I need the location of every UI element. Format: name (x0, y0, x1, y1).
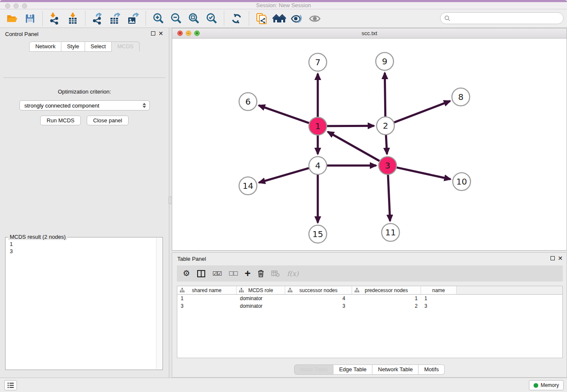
column-view-icon[interactable] (197, 269, 205, 278)
node-2[interactable]: 2 (377, 117, 394, 135)
node-label: 8 (458, 92, 464, 102)
edge-1-6[interactable] (259, 105, 309, 123)
column-header-shared-name[interactable]: shared name (177, 286, 237, 294)
table-cell[interactable]: dominator (237, 295, 285, 302)
column-header-predecessor-nodes[interactable]: predecessor nodes (352, 286, 421, 294)
table-options-icon[interactable]: ⚙ (183, 269, 190, 278)
edge-1-2[interactable] (327, 126, 374, 126)
node-6[interactable]: 6 (239, 93, 257, 110)
table-cell[interactable]: 1 (352, 295, 421, 302)
table-cell[interactable]: 1 (177, 295, 237, 302)
edge-3-1[interactable] (328, 132, 380, 161)
export-table-icon[interactable] (108, 11, 123, 26)
memory-status-icon (534, 383, 538, 388)
table-cell[interactable]: 4 (285, 295, 352, 302)
node-3[interactable]: 3 (379, 157, 396, 174)
search-box[interactable] (440, 12, 564, 24)
criterion-dropdown[interactable]: strongly connected component (19, 100, 150, 110)
control-panel-title: Control Panel (5, 31, 39, 37)
node-4[interactable]: 4 (309, 157, 327, 174)
close-table-panel-icon[interactable]: ✕ (558, 255, 563, 262)
save-session-icon[interactable] (23, 11, 37, 26)
task-history-button[interactable] (4, 380, 17, 390)
tab-network[interactable]: Network (29, 41, 61, 52)
edge-3-11[interactable] (388, 175, 390, 221)
edge-2-9[interactable] (385, 73, 385, 116)
delete-column-icon[interactable] (258, 269, 264, 278)
edge-3-10[interactable] (396, 168, 450, 179)
main-toolbar (0, 9, 567, 28)
node-10[interactable]: 10 (453, 173, 471, 190)
node-8[interactable]: 8 (452, 88, 470, 106)
search-input[interactable] (450, 15, 563, 22)
network-canvas[interactable]: 7968124314101511 (172, 39, 567, 250)
run-mcds-button[interactable]: Run MCDS (40, 116, 81, 125)
deselect-all-icon[interactable]: ☐☐ (228, 269, 237, 278)
open-session-icon[interactable] (5, 11, 19, 26)
window-titlebar: Session: New Session (0, 0, 567, 9)
table-cell[interactable]: 1 (421, 295, 457, 302)
zoom-in-icon[interactable] (151, 11, 165, 26)
column-header-name[interactable]: name (421, 286, 457, 294)
toolbar-separator (42, 11, 43, 26)
node-14[interactable]: 14 (239, 177, 257, 195)
table-cell[interactable]: 3 (421, 302, 457, 310)
edge-2-3[interactable] (386, 135, 387, 154)
table-row[interactable]: 1dominator411 (177, 295, 562, 302)
column-header-mcds-role[interactable]: MCDS role (237, 286, 285, 294)
tab-node-table[interactable]: Node Table (294, 364, 334, 375)
toolbar-separator (85, 11, 85, 26)
tab-edge-table[interactable]: Edge Table (333, 364, 372, 375)
table-row[interactable]: 3dominator323 (177, 302, 562, 310)
table-cell[interactable]: 2 (352, 302, 421, 310)
column-type-icon (288, 288, 292, 294)
memory-label: Memory (541, 382, 559, 388)
select-all-icon[interactable]: ☑☑ (212, 269, 221, 278)
node-label: 11 (385, 227, 396, 237)
add-column-icon[interactable]: + (245, 269, 250, 278)
tab-select[interactable]: Select (85, 41, 112, 52)
network-from-selection-icon[interactable] (254, 11, 269, 26)
close-panel-button[interactable]: Close panel (87, 116, 129, 125)
import-table-icon[interactable] (66, 11, 80, 26)
edge-4-14[interactable] (259, 168, 309, 182)
zoom-selected-icon[interactable] (204, 11, 219, 26)
show-all-icon[interactable] (308, 11, 322, 26)
node-9[interactable]: 9 (376, 52, 394, 70)
edge-2-8[interactable] (394, 101, 450, 123)
column-header-label: predecessor nodes (365, 287, 408, 293)
table-body: 1dominator4113dominator323 (177, 295, 562, 310)
tab-network-table[interactable]: Network Table (372, 364, 418, 375)
mcds-result-values: 13 (6, 237, 162, 258)
export-image-icon[interactable] (126, 11, 140, 26)
column-header-successor-nodes[interactable]: successor nodes (285, 286, 352, 294)
export-network-icon[interactable] (91, 11, 105, 26)
control-panel-header: Control Panel ✕ (0, 28, 169, 40)
table-cell[interactable]: 3 (285, 302, 352, 310)
import-network-icon[interactable] (48, 11, 62, 26)
tab-motifs[interactable]: Motifs (418, 364, 445, 375)
float-panel-icon[interactable] (151, 31, 155, 36)
apply-layout-icon[interactable] (229, 11, 244, 26)
node-7[interactable]: 7 (309, 53, 327, 71)
first-neighbors-icon[interactable] (272, 11, 286, 26)
close-panel-icon[interactable]: ✕ (158, 30, 163, 37)
node-15[interactable]: 15 (309, 225, 327, 243)
tab-mcds[interactable]: MCDS (112, 41, 139, 52)
node-11[interactable]: 11 (382, 224, 399, 241)
table-cell[interactable]: dominator (237, 302, 285, 310)
float-table-panel-icon[interactable] (550, 256, 555, 260)
zoom-fit-icon[interactable] (187, 11, 201, 26)
memory-button[interactable]: Memory (529, 380, 564, 390)
tab-style[interactable]: Style (61, 41, 85, 52)
table-panel-title: Table Panel (177, 256, 206, 262)
table-cell[interactable]: 3 (177, 302, 237, 310)
control-panel-tabs: NetworkStyleSelectMCDS (0, 41, 169, 52)
header-filler (457, 286, 562, 294)
zoom-out-icon[interactable] (169, 11, 183, 26)
column-header-label: successor nodes (299, 287, 337, 293)
table-tabs: Node TableEdge TableNetwork TableMotifs (172, 364, 567, 375)
node-1[interactable]: 1 (309, 117, 327, 135)
hide-selection-icon[interactable] (290, 11, 304, 26)
result-scrollbar[interactable] (156, 238, 162, 369)
